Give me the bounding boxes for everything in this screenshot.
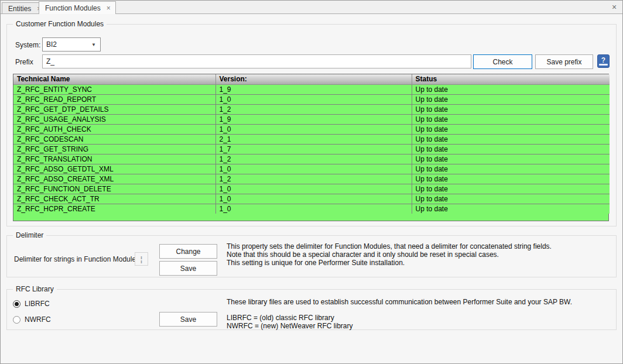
- help-icon[interactable]: ?: [597, 54, 610, 68]
- rfc-save-button[interactable]: Save: [159, 312, 217, 327]
- radio-circle-icon: [13, 300, 20, 308]
- table-row[interactable]: Z_RFC_READ_REPORT1_0Up to date: [13, 94, 610, 104]
- table-row[interactable]: Z_RFC_ADSO_GETDTL_XML1_0Up to date: [13, 164, 610, 174]
- rfc-group-title: RFC Library: [13, 285, 57, 293]
- tab-function-modules[interactable]: Function Modules ×: [39, 1, 116, 14]
- column-header-status[interactable]: Status: [412, 74, 610, 84]
- system-label: System:: [15, 41, 40, 49]
- delimiter-description-line1: This property sets the delimiter for Fun…: [227, 242, 552, 250]
- nwrfc-radio[interactable]: NWRFC: [13, 315, 51, 324]
- save-prefix-button[interactable]: Save prefix: [535, 54, 593, 69]
- table-row[interactable]: Z_RFC_GET_STRING1_7Up to date: [13, 144, 610, 154]
- help-icon-book-stripe: [599, 64, 608, 66]
- delimiter-description-line2: Note that this should be a special chara…: [227, 250, 552, 259]
- column-header-version[interactable]: Version:: [215, 74, 412, 84]
- tab-strip: Entities × Function Modules × ×: [1, 1, 622, 14]
- radio-circle-icon: [13, 316, 20, 324]
- nwrfc-radio-label: NWRFC: [25, 315, 51, 324]
- librfc-radio[interactable]: LIBRFC: [13, 300, 50, 308]
- chevron-down-icon: ▼: [91, 42, 96, 47]
- table-row[interactable]: Z_RFC_AUTH_CHECK1_0Up to date: [13, 124, 610, 134]
- customer-function-modules-group: Customer Function Modules System: BI2 ▼ …: [6, 24, 617, 226]
- table-row[interactable]: Z_RFC_TRANSLATION1_2Up to date: [13, 154, 610, 164]
- help-icon-glyph: ?: [601, 57, 605, 64]
- system-select-value: BI2: [46, 40, 57, 49]
- table-row[interactable]: Z_RFC_CHECK_ACT_TR1_0Up to date: [13, 194, 610, 204]
- table-row[interactable]: Z_RFC_ENTITY_SYNC1_9Up to date: [13, 84, 610, 94]
- column-header-technical-name[interactable]: Technical Name: [13, 74, 215, 84]
- customer-group-title: Customer Function Modules: [13, 20, 107, 28]
- tab-function-modules-close-icon[interactable]: ×: [107, 5, 111, 12]
- table-row[interactable]: Z_RFC_CODESCAN2_1Up to date: [13, 134, 610, 144]
- rfc-description-line2: LIBRFC = (old) classic RFC library: [227, 314, 352, 322]
- system-select[interactable]: BI2 ▼: [42, 37, 101, 51]
- rfc-library-group: RFC Library LIBRFC NWRFC Save These libr…: [6, 289, 617, 330]
- rfc-description: LIBRFC = (old) classic RFC library NWRFC…: [227, 314, 352, 330]
- function-modules-table: Technical Name Version: Status Z_RFC_ENT…: [13, 74, 609, 221]
- function-modules-window: Entities × Function Modules × × Customer…: [0, 0, 623, 364]
- delimiter-description-line3: This setting is unique for one Performer…: [227, 259, 552, 267]
- close-icon[interactable]: ×: [609, 2, 619, 12]
- prefix-input[interactable]: [42, 54, 471, 68]
- delimiter-group: Delimiter Delimiter for strings in Funct…: [6, 235, 617, 277]
- table-row[interactable]: Z_RFC_ADSO_CREATE_XML1_2Up to date: [13, 174, 610, 184]
- table-header-row: Technical Name Version: Status: [13, 74, 610, 84]
- tab-entities-label: Entities: [8, 5, 31, 13]
- check-button[interactable]: Check: [473, 54, 532, 69]
- librfc-radio-label: LIBRFC: [25, 300, 50, 308]
- delimiter-change-button[interactable]: Change: [159, 244, 217, 259]
- function-modules-panel: Customer Function Modules System: BI2 ▼ …: [1, 14, 622, 363]
- table-row[interactable]: Z_RFC_FUNCTION_DELETE1_0Up to date: [13, 184, 610, 194]
- prefix-label: Prefix: [15, 58, 33, 66]
- table-row[interactable]: Z_RFC_HCPR_CREATE1_0Up to date: [13, 204, 610, 214]
- tab-function-modules-label: Function Modules: [45, 4, 101, 12]
- delimiter-save-button[interactable]: Save: [159, 261, 217, 276]
- delimiter-value-field[interactable]: ¦: [135, 252, 148, 266]
- table-row[interactable]: Z_RFC_USAGE_ANALYSIS1_9Up to date: [13, 114, 610, 124]
- delimiter-description: This property sets the delimiter for Fun…: [227, 242, 552, 267]
- rfc-description-line1: These library files are used to establis…: [227, 298, 572, 306]
- delimiter-group-title: Delimiter: [13, 231, 46, 239]
- delimiter-field-label: Delimiter for strings in Function Module…: [14, 255, 139, 263]
- rfc-description-line3: NWRFC = (new) NetWeaver RFC library: [227, 322, 352, 330]
- table-row[interactable]: Z_RFC_GET_DTP_DETAILS1_2Up to date: [13, 104, 610, 114]
